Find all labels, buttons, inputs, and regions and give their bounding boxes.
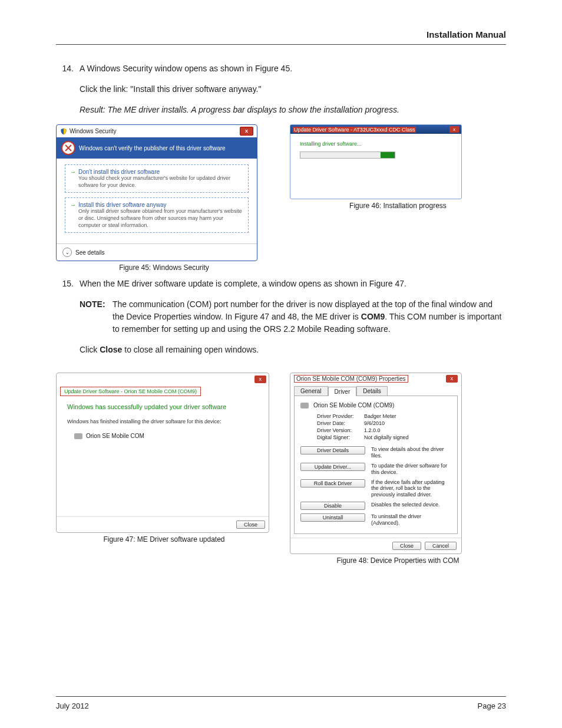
step-number: 14. [56, 62, 80, 116]
kv-val: 9/6/2010 [364, 420, 385, 426]
fig47-line: Windows has finished installing the driv… [67, 419, 258, 424]
progress-bar [300, 151, 395, 159]
step14-line: A Windows Security window opens as shown… [80, 62, 506, 75]
tab-general[interactable]: General [294, 386, 328, 396]
device-icon [300, 403, 309, 409]
kv-key: Digital Signer: [317, 434, 364, 440]
tab-driver[interactable]: Driver [328, 387, 357, 396]
action-desc: To update the driver software for this d… [371, 463, 451, 476]
step14-click: Click the link: "Install this driver sof… [80, 83, 506, 95]
fig46-status: Installing driver software... [300, 141, 452, 147]
close-button[interactable]: x [254, 375, 267, 383]
fig48-window: Orion SE Mobile COM (COM9) Properties x … [290, 373, 462, 554]
option-dont-install[interactable]: →Don't install this driver software You … [65, 164, 249, 193]
see-details-label: See details [75, 249, 104, 256]
fig46-title: Update Driver Software - AT32UC3xxxd CDC… [293, 127, 416, 133]
footer-date: July 2012 [56, 701, 89, 710]
chevron-down-icon: ⌄ [62, 248, 72, 257]
opt1-sub: You should check your manufacturer's web… [78, 175, 243, 189]
opt2-title: Install this driver software anyway [78, 202, 167, 208]
page-header: Installation Manual [56, 29, 506, 44]
step-number: 15. [56, 278, 80, 364]
step15-line: When the ME driver software update is co… [80, 278, 506, 290]
step14-result: Result: The ME driver installs. A progre… [80, 104, 506, 116]
fig47-caption: Figure 47: ME Driver software updated [56, 535, 272, 543]
action-desc: If the device fails after updating the d… [371, 479, 451, 498]
arrow-right-icon: → [70, 169, 76, 175]
fig46-window: Update Driver Software - AT32UC3xxxd CDC… [290, 124, 462, 199]
device-icon [74, 433, 82, 439]
fig47-heading: Windows has successfully updated your dr… [67, 403, 258, 410]
footer-page: Page 23 [478, 701, 506, 710]
tab-details[interactable]: Details [356, 386, 388, 396]
uninstall-button[interactable]: Uninstall [300, 513, 365, 522]
fig45-window: Windows Security x Windows can't verify … [56, 124, 257, 261]
shield-icon [60, 128, 67, 135]
option-install-anyway[interactable]: →Install this driver software anyway Onl… [65, 197, 249, 233]
fig48-caption: Figure 48: Device Properties with COM [290, 556, 506, 565]
see-details-toggle[interactable]: ⌄ See details [57, 243, 257, 261]
kv-key: Driver Date: [317, 420, 364, 426]
close-button[interactable]: Close [236, 521, 265, 529]
close-instruction: Click Close to close all remaining open … [80, 344, 506, 356]
action-desc: To uninstall the driver (Advanced). [371, 513, 451, 526]
close-button[interactable]: x [449, 126, 459, 133]
close-button[interactable]: x [446, 375, 458, 383]
fig47-window: x Update Driver Software - Orion SE Mobi… [56, 373, 269, 533]
fig45-caption: Figure 45: Windows Security [56, 263, 272, 272]
kv-val: Badger Meter [364, 413, 396, 419]
kv-key: Driver Version: [317, 427, 364, 433]
fig45-title: Windows Security [70, 128, 116, 134]
action-desc: To view details about the driver files. [371, 446, 451, 459]
action-desc: Disables the selected device. [371, 502, 451, 508]
close-button[interactable]: Close [392, 542, 421, 550]
kv-val: 1.2.0.0 [364, 427, 381, 433]
note-label: NOTE: [80, 298, 113, 335]
header-rule [56, 44, 506, 45]
fig47-breadcrumb: Update Driver Software - Orion SE Mobile… [60, 387, 201, 396]
kv-val: Not digitally signed [364, 434, 409, 440]
fig46-caption: Figure 46: Installation progress [290, 202, 506, 210]
cancel-button[interactable]: Cancel [425, 542, 457, 550]
close-button[interactable]: x [240, 127, 253, 136]
opt2-sub: Only install driver software obtained fr… [78, 208, 243, 229]
opt1-title: Don't install this driver software [78, 169, 160, 175]
kv-key: Driver Provider: [317, 413, 364, 419]
driver-details-button[interactable]: Driver Details [300, 446, 365, 454]
fig48-device-name: Orion SE Mobile COM (COM9) [313, 402, 394, 409]
update-driver-button[interactable]: Update Driver... [300, 463, 365, 471]
note-text: The communication (COM) port number for … [113, 298, 506, 335]
x-circle-icon [61, 141, 75, 155]
roll-back-driver-button[interactable]: Roll Back Driver [300, 479, 365, 487]
arrow-right-icon: → [70, 202, 76, 208]
fig47-device: Orion SE Mobile COM [86, 433, 144, 439]
fig48-title: Orion SE Mobile COM (COM9) Properties [294, 375, 408, 383]
disable-button[interactable]: Disable [300, 502, 365, 510]
fig45-warning: Windows can't verify the publisher of th… [79, 145, 226, 151]
